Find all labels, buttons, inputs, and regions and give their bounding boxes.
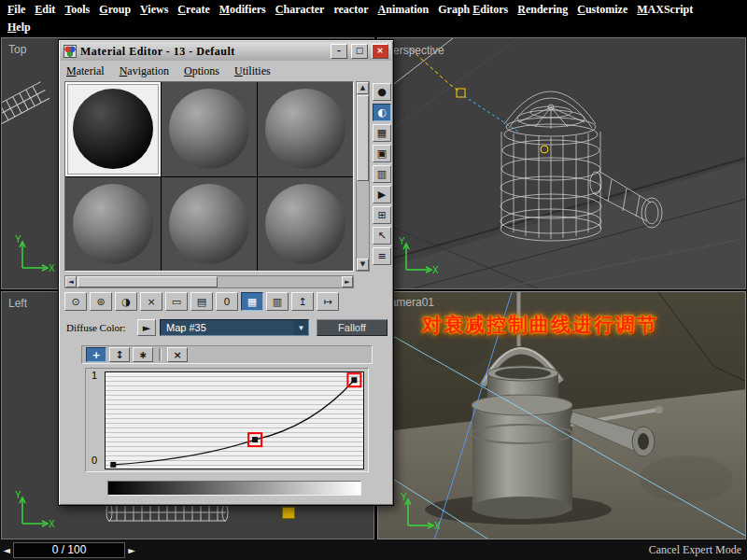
falloff-type-button[interactable]: Falloff [317, 319, 388, 336]
material-sample-slot-3[interactable] [258, 82, 353, 176]
dlg-menu-item-material[interactable]: Material [66, 64, 105, 78]
material-sample-slot-1[interactable] [65, 82, 161, 176]
curve-max-label: 1 [92, 370, 97, 381]
add-point-button[interactable]: ∗ [133, 347, 153, 362]
material-editor-main-toolbar: ⊙⊚◑×▭▤0▦▥↥↦ [64, 292, 339, 311]
viewport-top-label[interactable]: Top [8, 43, 26, 56]
move-point-button[interactable]: + [86, 347, 106, 362]
chevron-down-icon[interactable]: ▼ [294, 320, 308, 335]
material-editor-icon [63, 45, 77, 58]
video-color-check-button[interactable]: ▥ [373, 165, 391, 183]
menu-item-file[interactable]: File [7, 1, 25, 18]
dlg-menu-item-utilities[interactable]: Utilities [234, 64, 271, 78]
axis-tripod-perspective: Y X [397, 236, 440, 275]
menu-item-group[interactable]: Group [99, 1, 131, 18]
menu-item-edit[interactable]: Edit [35, 1, 55, 18]
background-checker-button[interactable]: ▦ [373, 124, 391, 142]
select-by-material-button[interactable]: ↖ [373, 227, 391, 245]
menu-item-tools[interactable]: Tools [64, 1, 90, 18]
scale-point-button[interactable]: ↕ [109, 347, 130, 362]
viewport-perspective[interactable]: Perspective Y X [377, 37, 746, 289]
material-sample-slot-2[interactable] [162, 82, 257, 176]
material-sample-slot-4[interactable] [65, 177, 161, 272]
falloff-curve-plot[interactable] [105, 371, 364, 469]
menu-item-character[interactable]: Character [275, 1, 325, 18]
map-dropdown[interactable]: Map #35 ▼ [160, 319, 309, 336]
main-menubar: FileEditToolsGroupViewsCreateModifiersCh… [0, 0, 747, 35]
make-material-copy-button[interactable]: ▭ [165, 292, 188, 311]
menu-item-create[interactable]: Create [177, 1, 209, 18]
axis-y-label: Y [15, 234, 21, 245]
slots-vertical-scrollbar[interactable]: ▲ ▼ [356, 81, 370, 272]
viewport-perspective-label[interactable]: Perspective [386, 44, 444, 57]
menu-item-reactor[interactable]: reactor [333, 1, 368, 18]
make-preview-button[interactable]: ▶ [373, 186, 391, 203]
sample-slot-grid [64, 81, 354, 272]
close-button[interactable]: × [372, 44, 388, 59]
backlight-button[interactable]: ◐ [373, 104, 391, 121]
previous-frame-button[interactable]: ◄ [0, 545, 13, 555]
menu-item-help[interactable]: Help [7, 19, 31, 35]
material-editor-titlebar[interactable]: Material Editor - 13 - Default – □ × [61, 42, 391, 61]
slots-horizontal-scrollbar[interactable]: ◄ ► [64, 275, 354, 288]
scroll-thumb[interactable] [357, 95, 369, 181]
material-sphere [73, 184, 153, 264]
delete-point-button[interactable]: × [167, 347, 188, 362]
go-forward-to-sibling-button[interactable]: ↦ [317, 292, 339, 311]
menu-item-customize[interactable]: Customize [577, 1, 627, 18]
falloff-gizmo-marker [541, 146, 548, 153]
toolbar-divider [159, 348, 162, 361]
material-sphere [265, 89, 345, 169]
maximize-button[interactable]: □ [351, 44, 368, 59]
scroll-up-button[interactable]: ▲ [357, 82, 369, 94]
axis-x-label: X [49, 519, 55, 529]
curve-min-label: 0 [92, 455, 97, 466]
curve-control-point[interactable] [252, 437, 258, 442]
menu-item-views[interactable]: Views [140, 1, 168, 18]
scroll-down-button[interactable]: ▼ [357, 259, 369, 271]
viewport-left-label[interactable]: Left [8, 297, 27, 310]
menu-item-graph-editors[interactable]: Graph Editors [438, 1, 508, 18]
scroll-right-button[interactable]: ► [342, 276, 353, 287]
curve-control-point[interactable] [351, 377, 357, 383]
material-map-navigator-button[interactable]: ≡ [373, 247, 391, 265]
next-frame-button[interactable]: ► [125, 545, 138, 555]
put-to-library-button[interactable]: ▤ [190, 292, 213, 311]
material-sample-slot-6[interactable] [258, 177, 353, 272]
axis-x-label: X [434, 521, 441, 531]
reset-map-button[interactable]: × [140, 292, 162, 311]
show-map-in-viewport-button[interactable]: ▦ [241, 292, 263, 311]
axis-tripod-camera: Y X [399, 492, 442, 531]
scroll-left-button[interactable]: ◄ [65, 276, 77, 287]
status-bar: ◄ 0 / 100 ► Cancel Expert Mode [0, 539, 747, 560]
cancel-expert-mode-button[interactable]: Cancel Expert Mode [649, 543, 741, 557]
menu-item-rendering[interactable]: Rendering [517, 1, 568, 18]
axis-y-label: Y [401, 492, 407, 502]
menu-item-maxscript[interactable]: MAXScript [637, 1, 693, 18]
axis-tripod-top: Y X [13, 234, 56, 273]
axis-y-label: Y [399, 236, 405, 246]
menu-item-animation[interactable]: Animation [378, 1, 430, 18]
menu-item-modifiers[interactable]: Modifiers [219, 1, 266, 18]
falloff-curve-line [113, 380, 354, 465]
sample-uv-tiling-button[interactable]: ▣ [373, 145, 391, 162]
dlg-menu-item-options[interactable]: Options [184, 64, 219, 78]
go-to-parent-button[interactable]: ↥ [291, 292, 314, 311]
curve-control-point[interactable] [110, 462, 116, 468]
scroll-thumb[interactable] [78, 276, 218, 287]
put-material-to-scene-button[interactable]: ⊚ [90, 292, 112, 311]
map-picker-button[interactable]: ► [137, 319, 156, 336]
material-editor-dialog: Material Editor - 13 - Default – □ × Mat… [58, 39, 394, 506]
tutorial-caption: 对衰减控制曲线进行调节 [422, 312, 658, 338]
show-end-result-button[interactable]: ▥ [266, 292, 289, 311]
dlg-menu-item-navigation[interactable]: Navigation [120, 64, 169, 78]
assign-material-to-selection-button[interactable]: ◑ [115, 292, 137, 311]
material-options-button[interactable]: ⊞ [373, 206, 391, 224]
get-material-button[interactable]: ⊙ [64, 292, 87, 311]
material-id-channel-button[interactable]: 0 [216, 292, 238, 311]
sample-type-sphere-button[interactable]: ● [373, 83, 391, 101]
material-sample-slot-5[interactable] [162, 177, 257, 272]
gizmo-yellow-box [282, 507, 295, 519]
minimize-button[interactable]: – [331, 44, 347, 59]
material-editor-title: Material Editor - 13 - Default [80, 45, 327, 59]
